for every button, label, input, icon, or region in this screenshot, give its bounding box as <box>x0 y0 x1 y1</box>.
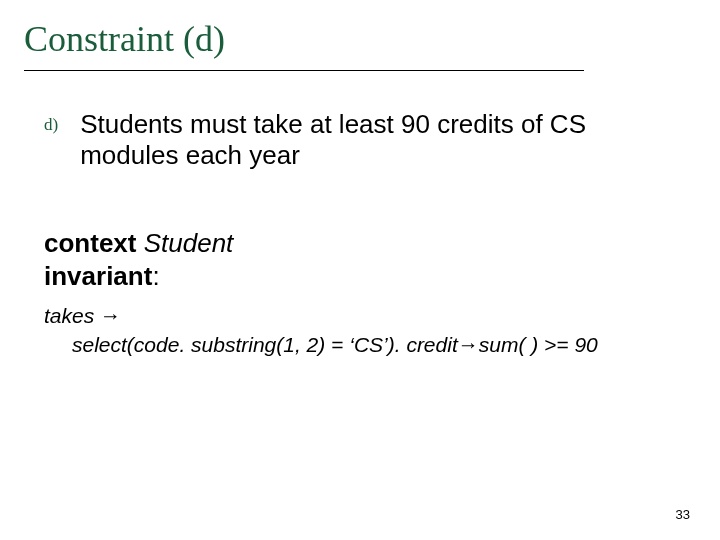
context-name: Student <box>144 228 234 258</box>
expression-block: takes → select(code. substring(1, 2) = ‘… <box>0 292 720 359</box>
page-number: 33 <box>676 507 690 522</box>
keyword-invariant: invariant <box>44 261 152 291</box>
invariant-line: invariant: <box>44 260 680 293</box>
expr-mid: (code. substring(1, 2) = ‘CS’). credit <box>127 333 458 356</box>
bullet-text: Students must take at least 90 credits o… <box>80 109 660 171</box>
slide-title: Constraint (d) <box>0 0 720 70</box>
arrow-icon: → <box>458 333 479 356</box>
expr-takes: takes <box>44 304 100 327</box>
bullet-marker: d) <box>44 115 58 135</box>
keyword-context: context <box>44 228 136 258</box>
arrow-icon: → <box>100 304 121 327</box>
invariant-colon: : <box>152 261 159 291</box>
context-block: context Student invariant: <box>0 171 720 292</box>
bullet-section: d) Students must take at least 90 credit… <box>0 71 720 171</box>
context-line: context Student <box>44 227 680 260</box>
expr-after: sum( ) >= 90 <box>479 333 598 356</box>
expr-select: select <box>72 333 127 356</box>
expr-line-1: takes → <box>44 302 680 330</box>
expr-line-2: select(code. substring(1, 2) = ‘CS’). cr… <box>44 331 680 359</box>
